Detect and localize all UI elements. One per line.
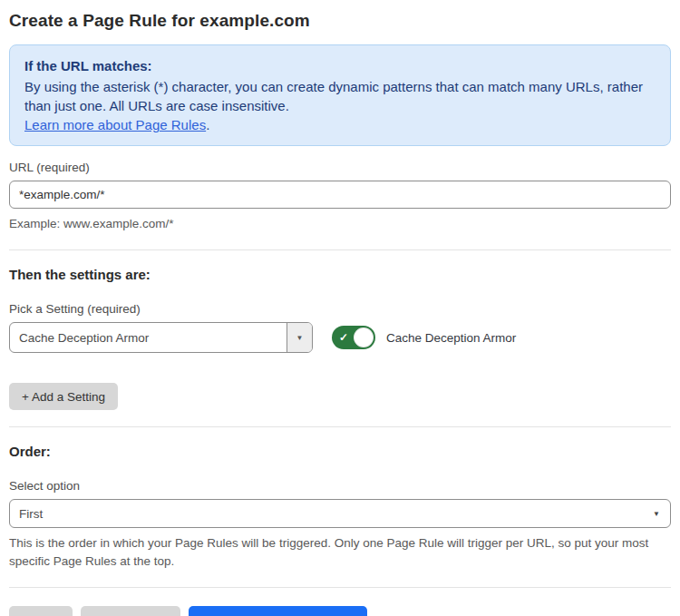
create-page-rule-form: Create a Page Rule for example.com If th… <box>0 0 680 616</box>
divider <box>9 426 671 427</box>
order-select-label: Select option <box>9 479 671 493</box>
order-help-text: This is the order in which your Page Rul… <box>9 534 671 571</box>
url-input[interactable] <box>9 181 671 209</box>
chevron-down-icon: ▼ <box>643 500 670 527</box>
divider <box>9 249 671 250</box>
link-suffix: . <box>206 117 209 132</box>
url-field-label: URL (required) <box>9 161 671 174</box>
footer-actions: Cancel Save as Draft Save and Deploy Pag… <box>9 606 671 616</box>
learn-more-link[interactable]: Learn more about Page Rules <box>24 117 206 132</box>
save-and-deploy-button[interactable]: Save and Deploy Page Rule <box>189 606 368 616</box>
setting-row: Cache Deception Armor ▼ ✓ Cache Deceptio… <box>9 322 671 353</box>
cache-deception-armor-toggle[interactable]: ✓ <box>332 326 375 349</box>
order-select-value: First <box>10 500 643 527</box>
add-setting-button[interactable]: + Add a Setting <box>9 383 118 410</box>
info-box-link-line: Learn more about Page Rules. <box>24 115 656 134</box>
info-box-body: By using the asterisk (*) character, you… <box>24 77 656 115</box>
check-icon: ✓ <box>339 331 348 344</box>
setting-select[interactable]: Cache Deception Armor ▼ <box>9 322 313 353</box>
setting-select-value: Cache Deception Armor <box>10 323 287 352</box>
chevron-down-icon: ▼ <box>296 334 304 342</box>
cancel-button[interactable]: Cancel <box>9 606 73 616</box>
page-title: Create a Page Rule for example.com <box>9 11 671 31</box>
toggle-label: Cache Deception Armor <box>386 331 516 345</box>
url-match-info-box: If the URL matches: By using the asteris… <box>9 44 671 146</box>
url-example-text: Example: www.example.com/* <box>9 215 671 233</box>
order-select[interactable]: First ▼ <box>9 499 671 528</box>
divider <box>9 587 671 588</box>
save-as-draft-button[interactable]: Save as Draft <box>81 606 180 616</box>
setting-select-arrow-button[interactable]: ▼ <box>287 323 312 352</box>
info-box-heading: If the URL matches: <box>24 56 656 75</box>
order-section-heading: Order: <box>9 444 671 459</box>
setting-picker-label: Pick a Setting (required) <box>9 302 671 316</box>
toggle-knob <box>354 328 374 347</box>
settings-section-heading: Then the settings are: <box>9 267 671 282</box>
